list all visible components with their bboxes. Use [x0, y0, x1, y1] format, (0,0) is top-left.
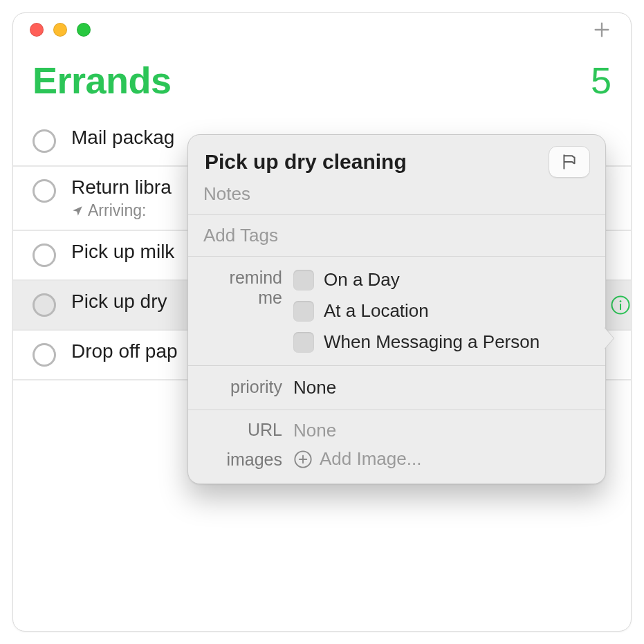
divider: [188, 214, 605, 215]
svg-point-4: [620, 300, 622, 302]
remind-at-location-label: At a Location: [324, 300, 429, 322]
reminders-window: Errands 5 Mail packag Return libra Arriv…: [12, 12, 632, 632]
list-header: Errands 5: [13, 46, 631, 102]
reminder-checkbox[interactable]: [33, 179, 56, 203]
images-label: images: [203, 447, 293, 471]
url-label: URL: [203, 417, 293, 444]
priority-row[interactable]: priority None: [203, 371, 590, 404]
remind-when-messaging-label: When Messaging a Person: [324, 331, 540, 353]
remind-on-day-label: On a Day: [324, 269, 400, 291]
popover-title-input[interactable]: [203, 149, 549, 174]
checkbox-icon: [293, 270, 314, 291]
checkbox-icon: [293, 301, 314, 322]
traffic-lights: [27, 23, 91, 37]
remind-at-location-checkbox[interactable]: At a Location: [293, 300, 590, 322]
reminder-checkbox[interactable]: [33, 343, 56, 367]
zoom-icon[interactable]: [77, 23, 91, 37]
remind-on-day-checkbox[interactable]: On a Day: [293, 269, 590, 291]
plus-icon: [592, 20, 611, 39]
location-arrow-icon: [71, 205, 84, 217]
flag-icon: [560, 153, 578, 171]
images-row: images Add Image...: [203, 445, 590, 472]
reminder-checkbox[interactable]: [33, 293, 56, 317]
info-button[interactable]: [610, 295, 631, 315]
reminder-details-popover: remind me On a Day At a Location When Me…: [187, 134, 606, 484]
divider: [188, 410, 605, 410]
notes-input[interactable]: [203, 179, 590, 209]
reminder-checkbox[interactable]: [33, 129, 56, 153]
divider: [188, 365, 605, 366]
plus-circle-icon: [293, 450, 313, 469]
minimize-icon[interactable]: [53, 23, 67, 37]
flag-button[interactable]: [549, 146, 590, 178]
info-icon: [610, 295, 631, 315]
add-image-label: Add Image...: [320, 448, 421, 470]
close-icon[interactable]: [30, 23, 44, 37]
reminder-checkbox[interactable]: [33, 243, 56, 267]
list-title: Errands: [33, 59, 172, 102]
divider: [188, 256, 605, 257]
list-count: 5: [591, 59, 611, 102]
remind-me-row: remind me On a Day At a Location When Me…: [203, 262, 590, 360]
add-image-button[interactable]: Add Image...: [293, 447, 590, 471]
titlebar: [13, 13, 631, 46]
url-row[interactable]: URL None: [203, 416, 590, 445]
tags-input[interactable]: [203, 221, 590, 250]
remind-when-messaging-checkbox[interactable]: When Messaging a Person: [293, 331, 590, 353]
url-value: None: [293, 417, 590, 444]
priority-label: priority: [203, 374, 293, 401]
priority-value: None: [293, 374, 590, 401]
add-reminder-button[interactable]: [587, 16, 617, 44]
checkbox-icon: [293, 332, 314, 353]
remind-me-label: remind me: [203, 265, 293, 357]
